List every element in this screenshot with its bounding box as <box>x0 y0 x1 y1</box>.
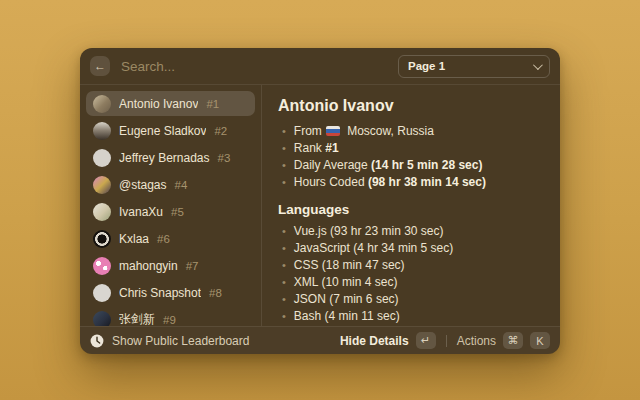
list-item-user[interactable]: Jeffrey Bernadas #3 <box>86 145 255 170</box>
avatar <box>93 176 111 194</box>
bullet-icon: • <box>282 240 286 257</box>
language-label: Bash (4 min 11 sec) <box>294 308 400 325</box>
bullet-icon: • <box>282 140 286 157</box>
navbar: ← Page 1 <box>80 48 560 85</box>
language-item: • JavaScript (4 hr 34 min 5 sec) <box>278 240 544 257</box>
bullet-icon: • <box>282 157 286 174</box>
bullet-icon: • <box>282 257 286 274</box>
footer-separator <box>446 335 447 347</box>
list-item-user[interactable]: Eugene Sladkov #2 <box>86 118 255 143</box>
language-item: • CSS (18 min 47 sec) <box>278 257 544 274</box>
user-name: Antonio Ivanov <box>119 97 198 111</box>
user-rank: #7 <box>186 260 199 272</box>
bullet-icon: • <box>282 308 286 325</box>
list-item-user[interactable]: @stagas #4 <box>86 172 255 197</box>
info-item: • Daily Average (14 hr 5 min 28 sec) <box>278 157 544 174</box>
info-pre: From <box>294 124 322 138</box>
cmd-key-icon: ⌘ <box>503 332 523 349</box>
user-name: @stagas <box>119 178 167 192</box>
footer-action-left[interactable]: Show Public Leaderboard <box>90 334 340 348</box>
user-name: 张剑新 <box>119 311 155 326</box>
bullet-icon: • <box>282 174 286 191</box>
language-label: JSON (7 min 6 sec) <box>294 291 399 308</box>
avatar <box>93 95 111 113</box>
list-item-user[interactable]: 张剑新 #9 <box>86 307 255 326</box>
enter-key-icon: ↵ <box>416 332 436 349</box>
page-dropdown-value: Page 1 <box>408 60 445 72</box>
back-arrow-icon: ← <box>94 59 106 73</box>
footer: Show Public Leaderboard Hide Details ↵ A… <box>80 326 560 354</box>
language-item: • JSON (7 min 6 sec) <box>278 291 544 308</box>
user-name: mahongyin <box>119 259 178 273</box>
user-rank: #2 <box>214 125 227 137</box>
info-bold: #1 <box>325 141 338 155</box>
list-item-user[interactable]: Kxlaa #6 <box>86 226 255 251</box>
info-item: • Rank #1 <box>278 140 544 157</box>
command-palette-window: ← Page 1 Antonio Ivanov #1 Eugene Sladko… <box>80 48 560 354</box>
user-rank: #8 <box>209 287 222 299</box>
back-button[interactable]: ← <box>90 56 110 76</box>
bullet-icon: • <box>282 274 286 291</box>
info-bold: (14 hr 5 min 28 sec) <box>371 158 482 172</box>
bullet-icon: • <box>282 291 286 308</box>
language-item: • Bash (4 min 11 sec) <box>278 308 544 325</box>
avatar <box>93 311 111 327</box>
info-pre: Hours Coded <box>294 175 368 189</box>
language-label: JavaScript (4 hr 34 min 5 sec) <box>294 240 453 257</box>
language-label: XML (10 min 4 sec) <box>294 274 398 291</box>
list-item-user[interactable]: Chris Snapshot #8 <box>86 280 255 305</box>
list-item-user[interactable]: Antonio Ivanov #1 <box>86 91 255 116</box>
russia-flag-icon <box>326 126 340 136</box>
wakatime-clock-icon <box>90 334 104 348</box>
actions-button[interactable]: Actions <box>457 334 496 348</box>
user-name: Chris Snapshot <box>119 286 201 300</box>
hide-details-button[interactable]: Hide Details <box>340 334 409 348</box>
bullet-icon: • <box>282 223 286 240</box>
avatar <box>93 230 111 248</box>
info-bold: (98 hr 38 min 14 sec) <box>368 175 486 189</box>
footer-action-right: Hide Details ↵ Actions ⌘ K <box>340 332 550 349</box>
user-rank: #9 <box>163 314 176 326</box>
user-name: Kxlaa <box>119 232 149 246</box>
page-dropdown[interactable]: Page 1 <box>398 55 550 78</box>
avatar <box>93 257 111 275</box>
avatar <box>93 203 111 221</box>
language-label: Vue.js (93 hr 23 min 30 sec) <box>294 223 444 240</box>
user-name: Jeffrey Bernadas <box>119 151 210 165</box>
info-post: Moscow, Russia <box>344 124 434 138</box>
footer-left-label: Show Public Leaderboard <box>112 334 249 348</box>
info-pre: Daily Average <box>294 158 371 172</box>
language-list: • Vue.js (93 hr 23 min 30 sec) • JavaScr… <box>278 223 544 326</box>
user-rank: #5 <box>171 206 184 218</box>
user-rank: #1 <box>206 98 219 110</box>
avatar <box>93 284 111 302</box>
avatar <box>93 122 111 140</box>
detail-panel: Antonio Ivanov • From Moscow, Russia • R… <box>262 85 560 326</box>
k-key-icon: K <box>530 332 550 349</box>
info-list: • From Moscow, Russia • Rank #1 • Daily … <box>278 123 544 191</box>
detail-title: Antonio Ivanov <box>278 97 544 115</box>
bullet-icon: • <box>282 123 286 140</box>
languages-heading: Languages <box>278 202 544 217</box>
language-item: • XML (10 min 4 sec) <box>278 274 544 291</box>
user-name: Eugene Sladkov <box>119 124 206 138</box>
list-item-user[interactable]: mahongyin #7 <box>86 253 255 278</box>
info-item: • Hours Coded (98 hr 38 min 14 sec) <box>278 174 544 191</box>
user-list: Antonio Ivanov #1 Eugene Sladkov #2 Jeff… <box>80 85 262 326</box>
language-label: CSS (18 min 47 sec) <box>294 257 405 274</box>
avatar <box>93 149 111 167</box>
chevron-down-icon <box>533 60 543 70</box>
language-item: • Vue.js (93 hr 23 min 30 sec) <box>278 223 544 240</box>
user-rank: #4 <box>175 179 188 191</box>
content-area: Antonio Ivanov #1 Eugene Sladkov #2 Jeff… <box>80 85 560 326</box>
user-rank: #3 <box>218 152 231 164</box>
search-input[interactable] <box>119 58 398 75</box>
list-item-user[interactable]: IvanaXu #5 <box>86 199 255 224</box>
info-pre: Rank <box>294 141 325 155</box>
user-name: IvanaXu <box>119 205 163 219</box>
info-item: • From Moscow, Russia <box>278 123 544 140</box>
user-rank: #6 <box>157 233 170 245</box>
